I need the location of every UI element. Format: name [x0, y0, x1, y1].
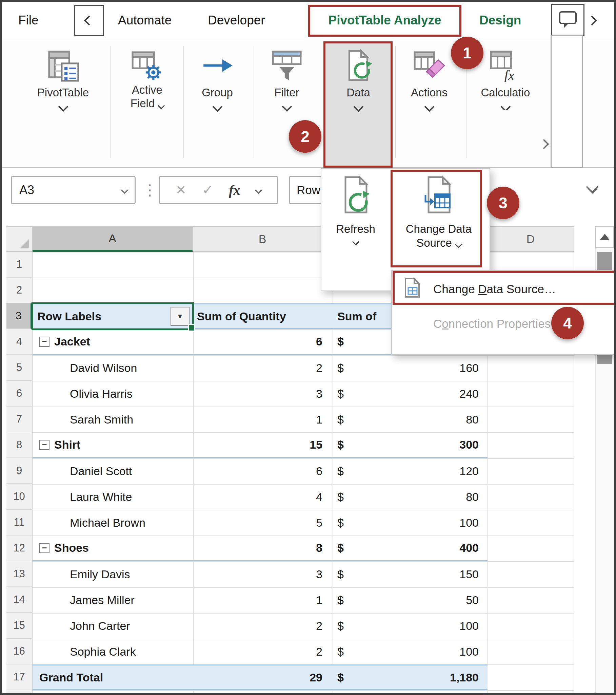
- row-header[interactable]: 11: [6, 510, 33, 536]
- insert-function-icon[interactable]: fx: [229, 182, 240, 198]
- chevron-down-icon[interactable]: [255, 186, 262, 193]
- pivot-row-label-cell[interactable]: − Michael Brown: [33, 516, 193, 529]
- pivot-amount-cell[interactable]: $ 1,180: [333, 671, 488, 684]
- row-header[interactable]: 10: [6, 484, 33, 510]
- pivot-quantity-cell[interactable]: 29: [193, 671, 333, 684]
- pivot-amount-cell[interactable]: $ 120: [333, 464, 488, 478]
- row-header[interactable]: 13: [6, 561, 33, 587]
- cell-a3[interactable]: Row Labels ▼: [33, 304, 193, 328]
- name-box[interactable]: A3: [11, 176, 136, 204]
- row-header-gutter: 123456789101112131415161718: [6, 252, 33, 695]
- column-header-d[interactable]: D: [488, 226, 574, 252]
- pivot-amount-cell[interactable]: $ 80: [333, 413, 488, 426]
- collapse-icon[interactable]: −: [39, 543, 50, 553]
- pivot-quantity-cell[interactable]: 8: [193, 541, 333, 555]
- tab-scroll-left-button[interactable]: [74, 5, 104, 36]
- pivot-row-label-cell[interactable]: − Laura White: [33, 490, 193, 504]
- pivot-row-label-cell[interactable]: − Grand Total: [33, 671, 193, 684]
- collapse-icon[interactable]: −: [39, 337, 50, 347]
- pivot-amount-cell[interactable]: $ 300: [333, 438, 488, 451]
- row-header[interactable]: 9: [6, 458, 33, 484]
- pivot-row-label-cell[interactable]: − Emily Davis: [33, 568, 193, 581]
- pivot-quantity-cell[interactable]: 1: [193, 594, 333, 607]
- active-field-button[interactable]: Active Field: [115, 43, 180, 110]
- tab-pivottable-analyze[interactable]: PivotTable Analyze: [308, 2, 461, 39]
- pivot-amount-cell[interactable]: $ 100: [333, 645, 488, 658]
- calculations-icon: fx: [489, 43, 522, 82]
- row-header[interactable]: 5: [6, 355, 33, 381]
- row-header[interactable]: 14: [6, 587, 33, 613]
- comments-button[interactable]: [551, 4, 584, 36]
- row-header[interactable]: 15: [6, 613, 33, 639]
- tab-design[interactable]: Design: [479, 2, 521, 39]
- chevron-down-icon: [424, 102, 434, 112]
- pivot-row-label-cell[interactable]: − Daniel Scott: [33, 464, 193, 478]
- ribbon-group-placeholder[interactable]: [550, 35, 583, 168]
- row-labels-filter-button[interactable]: ▼: [171, 307, 190, 326]
- pivot-row-label-cell[interactable]: − James Miller: [33, 594, 193, 607]
- cell-b3[interactable]: Sum of Quantity: [193, 310, 333, 323]
- pivot-quantity-cell[interactable]: 3: [193, 568, 333, 581]
- row-header[interactable]: 17: [6, 664, 33, 690]
- pivottable-button[interactable]: PivotTable: [29, 43, 98, 110]
- tab-file[interactable]: File: [18, 2, 39, 39]
- select-all-corner[interactable]: [6, 226, 33, 252]
- change-data-source-submenu-item[interactable]: Change Data Source…: [392, 273, 615, 305]
- data-button[interactable]: Data: [326, 43, 390, 110]
- group-button[interactable]: Group: [187, 43, 248, 110]
- pivot-quantity-cell[interactable]: 2: [193, 619, 333, 632]
- pivot-amount-cell[interactable]: $ 50: [333, 594, 488, 607]
- scroll-up-button[interactable]: [595, 226, 614, 248]
- cancel-icon[interactable]: ✕: [176, 183, 187, 198]
- pivot-row-label-cell[interactable]: − Sophia Clark: [33, 645, 193, 658]
- chevron-down-icon: [282, 102, 292, 112]
- row-header[interactable]: 3: [6, 303, 33, 329]
- pivot-quantity-cell[interactable]: 2: [193, 361, 333, 375]
- group-overflow-chevron-icon[interactable]: [539, 139, 549, 149]
- row-header[interactable]: 6: [6, 381, 33, 407]
- pivot-amount-cell[interactable]: $ 160: [333, 361, 488, 375]
- pivot-quantity-cell[interactable]: 2: [193, 645, 333, 658]
- pivot-row-label-cell[interactable]: − Jacket: [33, 335, 193, 348]
- pivot-row-label-cell[interactable]: − Shirt: [33, 438, 193, 451]
- pivot-amount-cell[interactable]: $ 240: [333, 387, 488, 401]
- enter-icon[interactable]: ✓: [202, 183, 213, 198]
- filter-icon: [270, 43, 303, 82]
- svg-text:fx: fx: [504, 67, 515, 82]
- pivot-quantity-cell[interactable]: 3: [193, 387, 333, 401]
- column-header-a[interactable]: A: [33, 226, 193, 252]
- pivot-row-label-cell[interactable]: − Shoes: [33, 541, 193, 555]
- pivot-amount-cell[interactable]: $ 150: [333, 568, 488, 581]
- row-header[interactable]: 12: [6, 536, 33, 561]
- pivot-amount-cell[interactable]: $ 80: [333, 490, 488, 504]
- tab-developer[interactable]: Developer: [208, 2, 265, 39]
- pivot-amount-cell[interactable]: $ 100: [333, 619, 488, 632]
- row-header[interactable]: 2: [6, 277, 33, 303]
- change-data-source-menu-item[interactable]: Change Data Source: [394, 174, 483, 250]
- collapse-icon[interactable]: −: [39, 440, 50, 450]
- pivot-quantity-cell[interactable]: 6: [193, 464, 333, 478]
- pivot-quantity-cell[interactable]: 5: [193, 516, 333, 529]
- refresh-menu-item[interactable]: Refresh: [328, 174, 384, 244]
- tab-automate[interactable]: Automate: [118, 2, 172, 39]
- row-header[interactable]: 18: [6, 690, 33, 695]
- pivot-row-label-cell[interactable]: − David Wilson: [33, 361, 193, 375]
- pivot-row-label-cell[interactable]: − Sarah Smith: [33, 413, 193, 426]
- row-header[interactable]: 1: [6, 252, 33, 277]
- pivot-quantity-cell[interactable]: 15: [193, 438, 333, 451]
- pivot-row-label-cell[interactable]: − John Carter: [33, 619, 193, 632]
- more-options-icon[interactable]: ⋮: [142, 181, 157, 199]
- pivot-amount-cell[interactable]: $ 100: [333, 516, 488, 529]
- tab-scroll-right-button[interactable]: [588, 2, 596, 39]
- pivot-amount-cell[interactable]: $ 400: [333, 541, 488, 555]
- filter-button[interactable]: Filter: [257, 43, 317, 110]
- pivot-quantity-cell[interactable]: 6: [193, 335, 333, 348]
- pivot-quantity-cell[interactable]: 4: [193, 490, 333, 504]
- pivot-row-label-cell[interactable]: − Olivia Harris: [33, 387, 193, 401]
- column-header-b[interactable]: B: [193, 226, 333, 252]
- row-header[interactable]: 8: [6, 433, 33, 458]
- row-header[interactable]: 7: [6, 407, 33, 433]
- pivot-quantity-cell[interactable]: 1: [193, 413, 333, 426]
- row-header[interactable]: 4: [6, 329, 33, 355]
- row-header[interactable]: 16: [6, 639, 33, 664]
